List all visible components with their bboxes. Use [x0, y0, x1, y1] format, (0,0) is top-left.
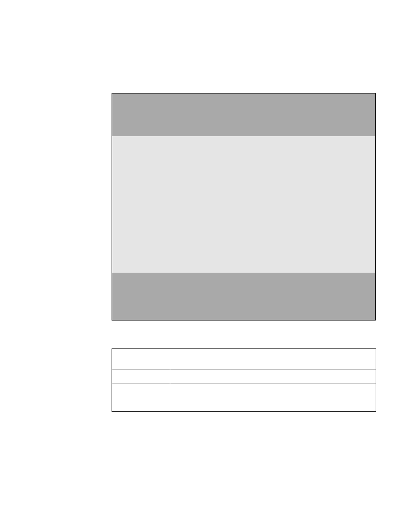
table-row [112, 370, 376, 383]
table-cell [170, 383, 376, 412]
table-cell [112, 370, 170, 383]
table-cell [112, 349, 170, 370]
figure-band-top [112, 93, 375, 136]
table-cell [170, 370, 376, 383]
data-table [112, 348, 376, 412]
page [0, 0, 411, 532]
figure-band-middle [112, 136, 375, 273]
figure-band-bottom [112, 273, 375, 320]
table-row [112, 349, 376, 370]
figure-box [112, 93, 376, 320]
table-row [112, 383, 376, 412]
table-cell [170, 349, 376, 370]
table-cell [112, 383, 170, 412]
